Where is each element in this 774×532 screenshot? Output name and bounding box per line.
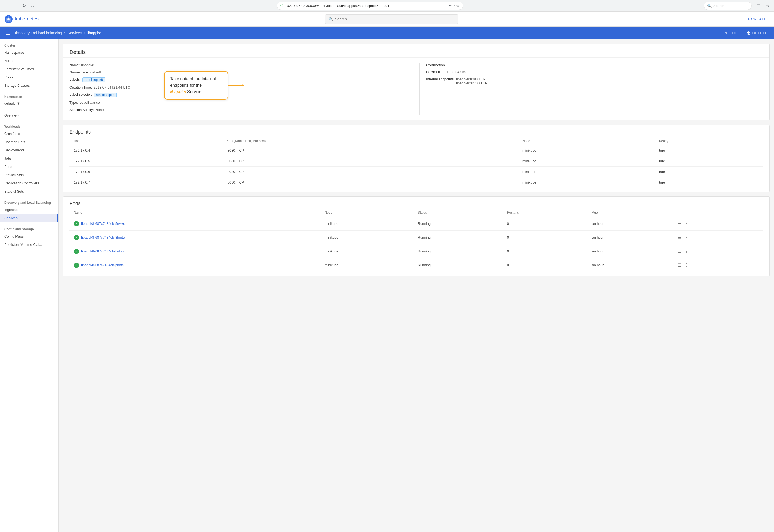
discovery-section-title: Discovery and Load Balancing bbox=[0, 200, 58, 206]
synced-tabs-btn[interactable]: ☰ bbox=[755, 2, 762, 10]
pod-actions-cell-3: ☰ ⋮ bbox=[672, 258, 763, 272]
col-ready: Ready bbox=[655, 137, 763, 145]
endpoint-ports-0: , 8080, TCP bbox=[221, 145, 518, 156]
pod-more-icon-3[interactable]: ⋮ bbox=[683, 261, 690, 269]
sidebar-item-jobs[interactable]: Jobs bbox=[0, 154, 58, 163]
type-label: Type: bbox=[69, 101, 78, 105]
sidebar-item-pods[interactable]: Pods bbox=[0, 163, 58, 171]
detail-session-row: Session Affinity: None bbox=[69, 108, 413, 112]
details-body: Name: libappk8 Namespace: default Labels… bbox=[63, 58, 769, 120]
app-name: kubernetes bbox=[15, 16, 39, 22]
secure-icon: ⓘ bbox=[280, 3, 283, 8]
browser-search-input[interactable] bbox=[713, 4, 748, 8]
sidebar-item-cron-jobs[interactable]: Cron Jobs bbox=[0, 130, 58, 138]
pod-age-0: an hour bbox=[588, 217, 672, 231]
endpoint-node-3: minikube bbox=[518, 177, 655, 188]
creation-value: 2018-07-04T21:44 UTC bbox=[94, 85, 130, 89]
forward-button[interactable]: → bbox=[12, 2, 19, 10]
app-bar: kubernetes 🔍 + CREATE bbox=[0, 12, 774, 27]
pod-node-1: minikube bbox=[320, 231, 414, 244]
create-button[interactable]: + CREATE bbox=[744, 15, 770, 23]
pod-node-0: minikube bbox=[320, 217, 414, 231]
pod-menu-icon-3[interactable]: ☰ bbox=[676, 261, 682, 269]
pod-menu-icon-1[interactable]: ☰ bbox=[676, 234, 682, 241]
sidebar-item-deployments[interactable]: Deployments bbox=[0, 146, 58, 154]
endpoint-node-1: minikube bbox=[518, 156, 655, 167]
sidebar-item-persistent-volumes[interactable]: Persistent Volumes bbox=[0, 65, 58, 73]
endpoints-tbody: 172.17.0.4 , 8080, TCP minikube true 172… bbox=[69, 145, 763, 188]
details-card-header: Details bbox=[63, 44, 769, 58]
sidebar-item-roles[interactable]: Roles bbox=[0, 73, 58, 81]
delete-button[interactable]: 🗑 DELETE bbox=[745, 30, 770, 36]
pod-menu-icon-0[interactable]: ☰ bbox=[676, 220, 682, 227]
sidebar-btn[interactable]: ▭ bbox=[763, 2, 771, 10]
sidebar-item-namespaces[interactable]: Namespaces bbox=[0, 48, 58, 57]
pod-link-2[interactable]: libappk8-687c7484cb-hnksv bbox=[81, 249, 124, 253]
back-button[interactable]: ← bbox=[3, 2, 11, 10]
table-row: ✓ libappk8-687c7484cb-8hmtw minikube Run… bbox=[69, 231, 763, 244]
home-button[interactable]: ⌂ bbox=[29, 2, 36, 10]
pod-col-age: Age bbox=[588, 209, 672, 217]
sidebar-item-replication-controllers[interactable]: Replication Controllers bbox=[0, 179, 58, 187]
namespace-selector[interactable]: default ▼ bbox=[0, 100, 58, 107]
breadcrumb-bar: ☰ Discovery and load balancing › Service… bbox=[0, 27, 774, 39]
pods-header-row: Name Node Status Restarts Age bbox=[69, 209, 763, 217]
creation-label: Creation Time: bbox=[69, 85, 92, 89]
endpoints-card: Endpoints Host Ports (Name, Port, Protoc… bbox=[63, 125, 770, 192]
pod-col-restarts: Restarts bbox=[503, 209, 588, 217]
sidebar-item-replica-sets[interactable]: Replica Sets bbox=[0, 171, 58, 179]
hamburger-button[interactable]: ☰ bbox=[4, 29, 11, 37]
sidebar-item-nodes[interactable]: Nodes bbox=[0, 57, 58, 65]
app-search-box[interactable]: 🔍 bbox=[325, 14, 458, 24]
edit-button[interactable]: ✎ EDIT bbox=[722, 30, 740, 36]
details-title: Details bbox=[69, 49, 763, 55]
namespace-label: Namespace: bbox=[69, 70, 89, 74]
pod-more-icon-0[interactable]: ⋮ bbox=[683, 220, 690, 227]
detail-namespace-row: Namespace: default bbox=[69, 70, 413, 74]
pod-link-1[interactable]: libappk8-687c7484cb-8hmtw bbox=[81, 235, 125, 239]
internal-endpoints-value: libappk8:8080 TCP libappk8:32700 TCP bbox=[456, 77, 488, 85]
delete-icon: 🗑 bbox=[747, 31, 751, 35]
endpoint-ready-2: true bbox=[655, 167, 763, 177]
pod-link-0[interactable]: libappk8-687c7484cb-5nwxq bbox=[81, 222, 125, 226]
pod-age-2: an hour bbox=[588, 244, 672, 258]
sidebar-item-pvc[interactable]: Persistent Volume Clai... bbox=[0, 240, 58, 249]
pod-link-3[interactable]: libappk8-687c7484cb-pbntc bbox=[81, 263, 124, 267]
app-search-input[interactable] bbox=[335, 17, 455, 21]
table-row: 172.17.0.4 , 8080, TCP minikube true bbox=[69, 145, 763, 156]
table-row: ✓ libappk8-687c7484cb-hnksv minikube Run… bbox=[69, 244, 763, 258]
table-row: 172.17.0.6 , 8080, TCP minikube true bbox=[69, 167, 763, 177]
pod-restarts-2: 0 bbox=[503, 244, 588, 258]
breadcrumb-services[interactable]: Services bbox=[68, 31, 82, 35]
pod-status-0: Running bbox=[414, 217, 503, 231]
details-left-column: Name: libappk8 Namespace: default Labels… bbox=[69, 63, 413, 115]
sidebar-item-services[interactable]: Services bbox=[0, 214, 58, 222]
breadcrumb: Discovery and load balancing › Services … bbox=[13, 31, 720, 35]
sidebar-item-ingresses[interactable]: Ingresses bbox=[0, 206, 58, 214]
pod-restarts-3: 0 bbox=[503, 258, 588, 272]
sidebar-item-storage-classes[interactable]: Storage Classes bbox=[0, 81, 58, 90]
detail-creation-row: Creation Time: 2018-07-04T21:44 UTC bbox=[69, 85, 413, 89]
pod-status-icon-3: ✓ bbox=[74, 263, 79, 268]
kubernetes-logo-icon bbox=[4, 15, 13, 23]
endpoint-node-2: minikube bbox=[518, 167, 655, 177]
sidebar-item-overview[interactable]: Overview bbox=[0, 111, 58, 119]
pods-title: Pods bbox=[63, 197, 769, 209]
annotation-service: libappk8 bbox=[170, 89, 186, 94]
col-node: Node bbox=[518, 137, 655, 145]
address-bar[interactable]: ⓘ 192.168.64.2:30000/#!/service/default/… bbox=[277, 2, 463, 10]
pod-menu-icon-2[interactable]: ☰ bbox=[676, 248, 682, 255]
pod-more-icon-2[interactable]: ⋮ bbox=[683, 248, 690, 255]
sidebar-item-stateful-sets[interactable]: Stateful Sets bbox=[0, 187, 58, 196]
cluster-section-title: Cluster bbox=[0, 43, 58, 48]
namespace-section-title: Namespace bbox=[0, 94, 58, 100]
sidebar-item-daemon-sets[interactable]: Daemon Sets bbox=[0, 138, 58, 146]
reload-button[interactable]: ↻ bbox=[20, 2, 28, 10]
breadcrumb-discovery[interactable]: Discovery and load balancing bbox=[13, 31, 62, 35]
pod-node-2: minikube bbox=[320, 244, 414, 258]
pod-more-icon-1[interactable]: ⋮ bbox=[683, 234, 690, 241]
details-card: Details Name: libappk8 Namespace: defaul… bbox=[63, 44, 770, 120]
browser-search-box[interactable]: 🔍 bbox=[704, 2, 752, 10]
endpoints-table-container: Host Ports (Name, Port, Protocol) Node R… bbox=[63, 137, 769, 192]
sidebar-item-config-maps[interactable]: Config Maps bbox=[0, 232, 58, 240]
